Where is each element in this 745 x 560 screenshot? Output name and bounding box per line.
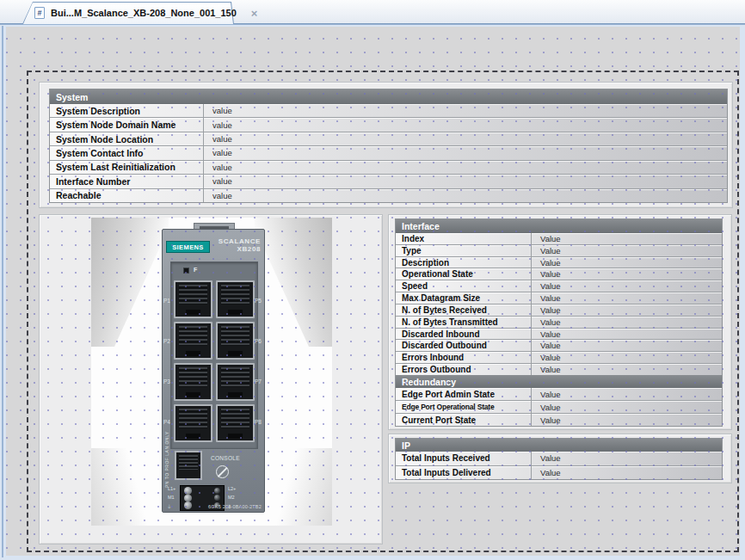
terminal-screw bbox=[184, 502, 192, 509]
row-label: System Last Reinitialization bbox=[50, 161, 203, 174]
row-label: Total Inputs Received bbox=[396, 452, 531, 465]
row-label: N. of Bytes Received bbox=[396, 305, 531, 316]
row-label: Max Datagram Size bbox=[396, 292, 531, 304]
system-panel[interactable]: System System Description value System N… bbox=[39, 82, 733, 208]
photo-shadow-bottom-left bbox=[91, 448, 151, 526]
device-picture-panel[interactable]: SIEMENS SCALANCE XB208 F bbox=[39, 214, 383, 545]
scalance-xb208-device: SIEMENS SCALANCE XB208 F bbox=[162, 229, 265, 513]
interface-panel[interactable]: Interface Index Value Type Value bbox=[388, 214, 732, 430]
row-label: Speed bbox=[396, 280, 531, 292]
row-label: Interface Number bbox=[50, 175, 203, 188]
row-value: Value bbox=[531, 305, 722, 316]
table-row[interactable]: System Contact Info value bbox=[50, 146, 727, 160]
row-value: Value bbox=[531, 340, 722, 351]
tab-title: Bui...M_Scalance_XB-208_None_001_150 bbox=[51, 8, 237, 18]
row-label: System Description bbox=[50, 104, 203, 117]
row-value: value bbox=[203, 161, 727, 174]
table-row[interactable]: N. of Bytes Transmitted Value bbox=[396, 317, 722, 329]
row-value: Value bbox=[531, 317, 722, 328]
row-value: Value bbox=[531, 452, 722, 465]
terminal-labels-left: L1+M1⏚ bbox=[168, 484, 175, 512]
row-label: Operational State bbox=[396, 268, 531, 280]
table-row[interactable]: System Description value bbox=[50, 104, 727, 118]
row-value: Value bbox=[531, 401, 722, 413]
table-row[interactable]: Errors Outbound Value bbox=[396, 364, 722, 375]
ip-table-header: IP bbox=[396, 439, 722, 452]
table-row[interactable]: System Last Reinitialization value bbox=[50, 161, 727, 175]
table-row[interactable]: Description Value bbox=[396, 257, 722, 269]
terminal-screw bbox=[214, 495, 220, 501]
rj45-port bbox=[174, 322, 212, 360]
port-label: P7 bbox=[255, 361, 264, 402]
row-label: System Node Location bbox=[50, 132, 203, 145]
table-row[interactable]: N. of Bytes Received Value bbox=[396, 305, 722, 317]
table-row[interactable]: Discarded Inbound Value bbox=[396, 329, 722, 341]
ip-table[interactable]: IP Total Inputs Received Value Total Inp… bbox=[395, 438, 723, 480]
scalance-device-photo[interactable]: SIEMENS SCALANCE XB208 F bbox=[91, 218, 332, 526]
redundancy-table-rows: Edge Port Admin State Value Edge Port Op… bbox=[396, 388, 722, 426]
table-row[interactable]: Total Inputs Delivered Value bbox=[396, 466, 722, 480]
photo-shadow-top-left bbox=[91, 218, 169, 347]
table-row[interactable]: System Node Domain Name value bbox=[50, 118, 727, 132]
faceplate-type-icon: # bbox=[34, 7, 45, 19]
table-row[interactable]: Total Inputs Received Value bbox=[396, 452, 722, 466]
ip-panel[interactable]: IP Total Inputs Received Value Total Inp… bbox=[388, 434, 732, 483]
photo-shadow-bottom-right bbox=[272, 448, 332, 526]
table-row[interactable]: Current Port State Value bbox=[396, 414, 722, 426]
row-value: Value bbox=[531, 352, 722, 363]
row-label: Edge Port Operational State bbox=[396, 401, 531, 413]
terminal-label: M1 bbox=[168, 495, 175, 501]
rj45-port bbox=[174, 280, 212, 318]
tab-close-icon[interactable]: × bbox=[251, 8, 258, 19]
port-label: P2 bbox=[163, 321, 173, 361]
table-row[interactable]: Reachable value bbox=[50, 189, 727, 202]
table-row[interactable]: Type Value bbox=[396, 245, 722, 257]
row-value: Value bbox=[531, 257, 722, 268]
table-row[interactable]: Errors Inbound Value bbox=[396, 352, 722, 364]
table-row[interactable]: System Node Location value bbox=[50, 132, 727, 146]
interface-table[interactable]: Interface Index Value Type Value bbox=[395, 218, 723, 427]
table-row[interactable]: Edge Port Admin State Value bbox=[396, 388, 722, 401]
row-value: Value bbox=[531, 414, 722, 426]
row-value: Value bbox=[531, 329, 722, 340]
port-label: P8 bbox=[255, 402, 264, 442]
terminal-label: L2+ bbox=[228, 487, 236, 492]
row-label: System Node Domain Name bbox=[50, 118, 203, 131]
table-row[interactable]: Speed Value bbox=[396, 280, 722, 292]
table-row[interactable]: Discarded Outbound Value bbox=[396, 340, 722, 352]
port-labels-right: P5P6P7P8 bbox=[255, 280, 264, 442]
row-value: value bbox=[203, 189, 727, 202]
row-value: value bbox=[203, 175, 727, 188]
work-area-frame: System System Description value System N… bbox=[0, 24, 745, 560]
console-port bbox=[175, 451, 202, 480]
faceplate-editor-window: # Bui...M_Scalance_XB-208_None_001_150 ×… bbox=[0, 0, 745, 560]
redundancy-table-header: Redundancy bbox=[396, 375, 722, 388]
system-table-header: System bbox=[50, 89, 727, 104]
table-row[interactable]: Edge Port Operational State Value bbox=[396, 401, 722, 414]
table-row[interactable]: Operational State Value bbox=[396, 268, 722, 280]
console-label: CONSOLE bbox=[211, 455, 240, 461]
row-label: Index bbox=[396, 233, 531, 244]
terminal-label: M2 bbox=[228, 495, 236, 501]
row-value: value bbox=[203, 132, 727, 145]
row-value: Value bbox=[531, 292, 722, 304]
row-value: value bbox=[203, 104, 727, 117]
table-row[interactable]: Interface Number value bbox=[50, 175, 727, 188]
terminal-label: ⏚ bbox=[168, 505, 175, 510]
row-label: Errors Inbound bbox=[396, 352, 531, 363]
row-label: Errors Outbound bbox=[396, 364, 531, 375]
table-row[interactable]: Index Value bbox=[396, 233, 722, 245]
port-label: P5 bbox=[255, 280, 264, 321]
table-row[interactable]: Max Datagram Size Value bbox=[396, 292, 722, 305]
photo-shadow-top-right bbox=[255, 218, 332, 347]
rj45-port bbox=[174, 363, 212, 401]
row-value: value bbox=[203, 146, 727, 159]
row-value: Value bbox=[531, 364, 722, 375]
fault-led bbox=[183, 268, 189, 274]
system-table[interactable]: System System Description value System N… bbox=[49, 89, 728, 203]
rj45-port bbox=[174, 404, 212, 442]
design-canvas[interactable]: System System Description value System N… bbox=[6, 27, 740, 556]
row-label: N. of Bytes Transmitted bbox=[396, 317, 531, 328]
prohibition-icon bbox=[216, 465, 229, 478]
row-label: Description bbox=[396, 257, 531, 268]
